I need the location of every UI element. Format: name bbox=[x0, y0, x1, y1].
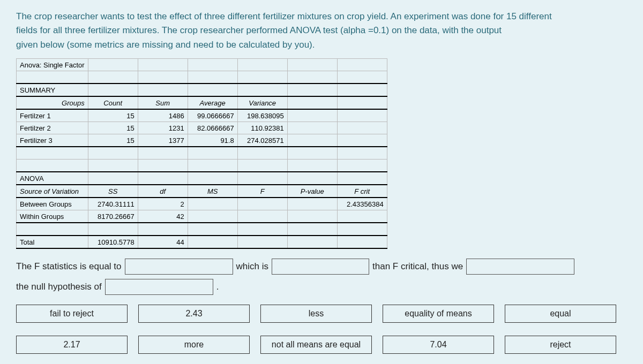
option-2-43[interactable]: 2.43 bbox=[138, 305, 250, 323]
anova-label: ANOVA bbox=[17, 172, 88, 185]
option-reject[interactable]: reject bbox=[505, 336, 616, 354]
group-2: Fertilzer 2 bbox=[17, 122, 88, 134]
hdr-average: Average bbox=[188, 96, 237, 109]
option-2-17[interactable]: 2.17 bbox=[16, 336, 128, 354]
option-not-all-means-equal[interactable]: not all means are equal bbox=[260, 336, 372, 354]
sentence-p1: The F statistics is equal to bbox=[16, 261, 122, 272]
anova-spreadsheet: Anova: Single Factor SUMMARY Groups Coun… bbox=[16, 58, 387, 249]
answer-options: fail to reject 2.43 less equality of mea… bbox=[16, 305, 627, 364]
intro-line-1: The crop researcher wants to test the ef… bbox=[16, 11, 552, 21]
hdr-pvalue: P-value bbox=[287, 185, 337, 198]
hdr-sum: Sum bbox=[138, 96, 188, 109]
option-less[interactable]: less bbox=[260, 305, 372, 323]
problem-statement: The crop researcher wants to test the ef… bbox=[16, 10, 627, 52]
summary-label: SUMMARY bbox=[17, 84, 88, 96]
hdr-fcrit: F crit bbox=[337, 185, 387, 198]
option-fail-to-reject[interactable]: fail to reject bbox=[16, 305, 128, 323]
sentence-p5: . bbox=[216, 282, 219, 292]
sheet-title: Anova: Single Factor bbox=[17, 59, 88, 71]
hdr-f: F bbox=[237, 185, 287, 198]
option-more[interactable]: more bbox=[138, 336, 250, 354]
fill-sentence-line-1: The F statistics is equal to which is th… bbox=[16, 259, 627, 275]
between-label: Between Groups bbox=[17, 198, 88, 210]
hdr-df: df bbox=[138, 185, 188, 198]
drop-target-fstat[interactable] bbox=[125, 259, 233, 275]
fill-sentence-line-2: the null hypothesis of . bbox=[16, 279, 627, 295]
sentence-p4: the null hypothesis of bbox=[16, 282, 102, 292]
within-label: Within Groups bbox=[17, 210, 88, 223]
drop-target-hypothesis[interactable] bbox=[105, 279, 213, 295]
group-1: Fertilzer 1 bbox=[17, 109, 88, 122]
total-label: Total bbox=[17, 236, 88, 248]
hdr-groups: Groups bbox=[17, 96, 88, 109]
intro-line-2: fields for all three fertilizer mixtures… bbox=[16, 25, 502, 35]
hdr-ss: SS bbox=[88, 185, 138, 198]
drop-target-decision[interactable] bbox=[466, 259, 574, 275]
option-equal[interactable]: equal bbox=[505, 305, 616, 323]
hdr-variance: Variance bbox=[237, 96, 287, 109]
group-3: Fertilizer 3 bbox=[17, 134, 88, 147]
drop-target-comparison[interactable] bbox=[272, 259, 369, 275]
sentence-p2: which is bbox=[236, 261, 268, 272]
hdr-ms: MS bbox=[188, 185, 237, 198]
hdr-sov: Source of Variation bbox=[17, 185, 88, 198]
option-equality-of-means[interactable]: equality of means bbox=[383, 305, 494, 323]
hdr-count: Count bbox=[88, 96, 138, 109]
intro-line-3: given below (some metrics are missing an… bbox=[16, 40, 315, 50]
sentence-p3: than F critical, thus we bbox=[372, 261, 463, 272]
option-7-04[interactable]: 7.04 bbox=[383, 336, 494, 354]
